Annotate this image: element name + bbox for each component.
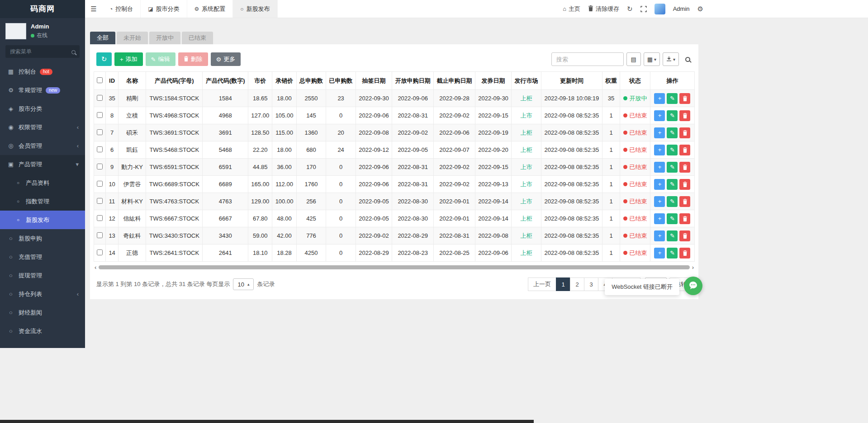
scroll-left-icon[interactable]: ‹ — [95, 264, 96, 270]
topbar-tab-0[interactable]: ◔控制台 — [102, 0, 141, 18]
sidebar-item-13[interactable]: ○财经新闻 — [0, 303, 85, 322]
market-link[interactable]: 上市 — [521, 164, 532, 170]
page-size-select[interactable]: 10 ▴ — [233, 278, 254, 290]
row-edit-button[interactable]: ✎ — [667, 93, 678, 104]
more-button[interactable]: ⚙ 更多 — [211, 52, 241, 66]
row-edit-button[interactable]: ✎ — [667, 213, 678, 224]
sidebar-item-14[interactable]: ○资金流水 — [0, 322, 85, 340]
row-edit-button[interactable]: ✎ — [667, 196, 678, 207]
market-link[interactable]: 上市 — [521, 198, 532, 205]
market-link[interactable]: 上柜 — [521, 95, 532, 102]
row-edit-button[interactable]: ✎ — [667, 248, 678, 258]
row-edit-button[interactable]: ✎ — [667, 230, 678, 241]
row-delete-button[interactable] — [679, 196, 690, 207]
row-checkbox[interactable] — [97, 129, 103, 135]
prev-page-button[interactable]: 上一页 — [528, 277, 556, 291]
row-delete-button[interactable] — [679, 110, 690, 121]
sidebar-item-6[interactable]: ○产品资料 — [0, 174, 85, 192]
filter-tab-0[interactable]: 全部 — [90, 32, 115, 44]
market-link[interactable]: 上柜 — [521, 249, 532, 256]
market-link[interactable]: 上市 — [521, 112, 532, 119]
list-view-button[interactable]: ▤ — [626, 52, 641, 66]
topbar-tab-3[interactable]: ○新股发布 — [233, 0, 277, 18]
page-button-2[interactable]: 2 — [570, 277, 584, 291]
columns-button[interactable]: ▦ ▾ — [644, 52, 660, 66]
row-add-button[interactable]: + — [654, 213, 665, 224]
row-delete-button[interactable] — [679, 213, 690, 224]
row-add-button[interactable]: + — [654, 162, 665, 173]
row-edit-button[interactable]: ✎ — [667, 145, 678, 155]
clear-cache-link[interactable]: 清除缓存 — [588, 5, 619, 13]
filter-tab-3[interactable]: 已结束 — [182, 32, 213, 44]
sidebar-item-7[interactable]: ○指数管理 — [0, 192, 85, 211]
row-delete-button[interactable] — [679, 248, 690, 258]
export-button[interactable]: ▾ — [663, 52, 679, 66]
row-add-button[interactable]: + — [654, 110, 665, 121]
refresh-icon[interactable]: ↻ — [627, 5, 633, 13]
row-checkbox[interactable] — [97, 146, 103, 152]
edit-button[interactable]: ✎ 编辑 — [146, 52, 175, 66]
topbar-username[interactable]: Admin — [673, 5, 690, 12]
sidebar-item-8[interactable]: ○新股发布 — [0, 211, 85, 229]
delete-button[interactable]: 删除 — [178, 52, 208, 66]
row-add-button[interactable]: + — [654, 230, 665, 241]
row-add-button[interactable]: + — [654, 145, 665, 155]
row-delete-button[interactable] — [679, 145, 690, 155]
row-edit-button[interactable]: ✎ — [667, 110, 678, 121]
settings-gear-icon[interactable]: ⚙ — [697, 5, 703, 13]
row-edit-button[interactable]: ✎ — [667, 127, 678, 138]
sidebar-item-9[interactable]: ○新股申购 — [0, 229, 85, 248]
row-edit-button[interactable]: ✎ — [667, 179, 678, 190]
menu-search-input[interactable] — [5, 45, 80, 58]
scrollbar-thumb[interactable] — [99, 265, 689, 269]
page-button-1[interactable]: 1 — [556, 277, 570, 291]
sidebar-item-1[interactable]: ⚙常规管理new — [0, 81, 85, 99]
row-delete-button[interactable] — [679, 230, 690, 241]
horizontal-scrollbar[interactable]: ‹ › — [95, 264, 694, 270]
sidebar-item-5[interactable]: ▣产品管理▾ — [0, 155, 85, 174]
row-checkbox[interactable] — [97, 164, 103, 169]
sidebar-item-4[interactable]: ◎会员管理‹ — [0, 136, 85, 155]
row-checkbox[interactable] — [97, 215, 103, 221]
row-add-button[interactable]: + — [654, 196, 665, 207]
row-checkbox[interactable] — [97, 198, 103, 204]
sidebar-item-2[interactable]: ◈股市分类 — [0, 99, 85, 118]
row-delete-button[interactable] — [679, 179, 690, 190]
fullscreen-icon[interactable] — [640, 6, 647, 12]
topbar-tab-1[interactable]: ◪股市分类 — [141, 0, 187, 18]
table-search-input[interactable] — [551, 52, 624, 66]
search-icon[interactable] — [685, 57, 690, 62]
filter-tab-1[interactable]: 未开始 — [117, 32, 148, 44]
page-scrollbar[interactable] — [0, 420, 534, 423]
market-link[interactable]: 上市 — [521, 181, 532, 188]
market-link[interactable]: 上柜 — [521, 129, 532, 136]
row-delete-button[interactable] — [679, 93, 690, 104]
row-delete-button[interactable] — [679, 127, 690, 138]
row-edit-button[interactable]: ✎ — [667, 162, 678, 173]
row-checkbox[interactable] — [97, 249, 103, 255]
sidebar-item-0[interactable]: ▦控制台hot — [0, 62, 85, 81]
chat-button[interactable] — [684, 277, 702, 295]
topbar-tab-2[interactable]: ⚙系统配置 — [187, 0, 233, 18]
home-link[interactable]: ⌂ 主页 — [563, 5, 580, 13]
row-add-button[interactable]: + — [654, 93, 665, 104]
page-button-3[interactable]: 3 — [584, 277, 598, 291]
sidebar-item-11[interactable]: ○提现管理 — [0, 266, 85, 285]
market-link[interactable]: 上柜 — [521, 215, 532, 222]
row-add-button[interactable]: + — [654, 127, 665, 138]
row-checkbox[interactable] — [97, 181, 103, 187]
row-add-button[interactable]: + — [654, 248, 665, 258]
market-link[interactable]: 上柜 — [521, 232, 532, 239]
sidebar-item-3[interactable]: ◉权限管理‹ — [0, 118, 85, 136]
hamburger-icon[interactable]: ☰ — [85, 0, 102, 18]
select-all-checkbox[interactable] — [97, 77, 103, 83]
row-add-button[interactable]: + — [654, 179, 665, 190]
row-checkbox[interactable] — [97, 232, 103, 238]
sidebar-item-10[interactable]: ○充值管理 — [0, 248, 85, 266]
filter-tab-2[interactable]: 开放中 — [149, 32, 180, 44]
sidebar-item-12[interactable]: ○持仓列表‹ — [0, 285, 85, 303]
row-checkbox[interactable] — [97, 95, 103, 101]
scroll-right-icon[interactable]: › — [692, 264, 694, 270]
add-button[interactable]: + 添加 — [114, 52, 143, 66]
market-link[interactable]: 上柜 — [521, 146, 532, 153]
